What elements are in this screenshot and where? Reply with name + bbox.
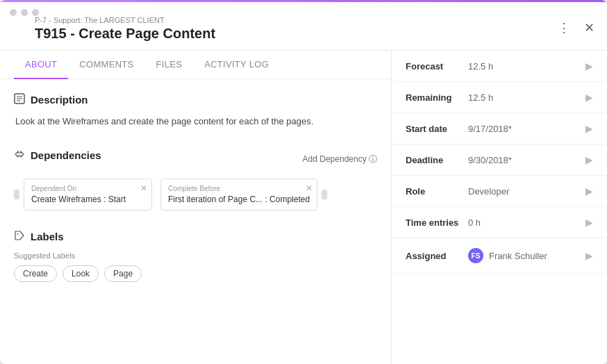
add-dependency-button[interactable]: Add Dependency ⓘ: [303, 154, 377, 165]
label-tags: Create Look Page: [14, 265, 377, 282]
suggested-labels-text: Suggested Labels: [14, 251, 377, 260]
left-content: Description Look at the Wireframes and c…: [0, 79, 391, 364]
labels-title: Labels: [14, 230, 377, 243]
dependency-item-2: Complete Before First iteration of Page …: [160, 179, 327, 210]
dependencies-heading: Dependencies: [31, 149, 101, 161]
assigned-label: Assigned: [406, 251, 468, 261]
title-content: P-7 - Support: The LARGEST CLIENT T915 -…: [35, 16, 215, 42]
title-subtitle: P-7 - Support: The LARGEST CLIENT: [35, 16, 215, 24]
labels-icon: [14, 230, 25, 243]
assigned-value: FS Frank Schuller: [468, 248, 585, 263]
description-icon: [14, 93, 25, 106]
title-actions: ⋮ ✕: [555, 17, 597, 38]
remaining-value: 12.5 h: [468, 92, 585, 103]
right-row-remaining[interactable]: Remaining 12.5 h ▶: [392, 82, 607, 113]
dependencies-section: Dependencies Add Dependency ⓘ Dependent …: [14, 149, 377, 210]
tab-comments[interactable]: COMMENTS: [68, 51, 144, 79]
right-row-assigned[interactable]: Assigned FS Frank Schuller ▶: [392, 238, 607, 274]
right-panel: Forecast 12.5 h ▶ Remaining 12.5 h ▶ Sta…: [392, 51, 607, 364]
dep-value-2: First iteration of Page C... : Completed: [168, 195, 310, 204]
label-tag-create[interactable]: Create: [14, 265, 57, 282]
role-label: Role: [406, 186, 468, 197]
start-date-chevron-icon: ▶: [585, 123, 593, 134]
assigned-chevron-icon: ▶: [585, 250, 593, 261]
dep-label-1: Dependent On: [31, 185, 144, 192]
traffic-light-close[interactable]: [10, 9, 17, 16]
deadline-chevron-icon: ▶: [585, 154, 593, 165]
right-row-time-entries[interactable]: Time entries 0 h ▶: [392, 207, 607, 238]
dep-card-2: Complete Before First iteration of Page …: [160, 179, 317, 210]
description-heading: Description: [31, 94, 88, 106]
main-layout: ABOUT COMMENTS FILES ACTIVITY LOG: [0, 51, 607, 364]
deadline-label: Deadline: [406, 155, 468, 165]
dependency-item-1: Dependent On Create Wireframes : Start ✕: [14, 179, 152, 210]
labels-heading: Labels: [31, 231, 64, 242]
start-date-value: 9/17/2018*: [468, 124, 585, 134]
time-entries-label: Time entries: [406, 217, 468, 228]
app-window: P-7 - Support: The LARGEST CLIENT T915 -…: [0, 0, 607, 364]
title-bar: P-7 - Support: The LARGEST CLIENT T915 -…: [0, 2, 607, 51]
right-row-deadline[interactable]: Deadline 9/30/2018* ▶: [392, 144, 607, 176]
right-row-forecast[interactable]: Forecast 12.5 h ▶: [392, 51, 607, 82]
dependency-items: Dependent On Create Wireframes : Start ✕…: [14, 179, 377, 210]
dep-card-1: Dependent On Create Wireframes : Start ✕: [24, 179, 152, 210]
dep-close-2[interactable]: ✕: [306, 183, 313, 193]
right-row-start-date[interactable]: Start date 9/17/2018* ▶: [392, 113, 607, 144]
traffic-light-minimize[interactable]: [21, 9, 28, 16]
start-date-label: Start date: [406, 124, 468, 134]
traffic-light-maximize[interactable]: [32, 9, 39, 16]
page-title: T915 - Create Page Content: [35, 26, 215, 42]
remaining-label: Remaining: [406, 92, 468, 103]
dep-label-2: Complete Before: [168, 185, 310, 192]
left-panel: ABOUT COMMENTS FILES ACTIVITY LOG: [0, 51, 392, 364]
dependencies-header: Dependencies Add Dependency ⓘ: [14, 149, 377, 170]
remaining-chevron-icon: ▶: [585, 92, 593, 103]
drag-handle-left-1[interactable]: [14, 190, 19, 199]
dep-close-1[interactable]: ✕: [140, 183, 147, 193]
drag-handle-right-2[interactable]: [322, 190, 327, 199]
label-tag-page[interactable]: Page: [104, 265, 142, 282]
traffic-lights: [10, 9, 39, 16]
tab-about[interactable]: ABOUT: [14, 51, 68, 79]
forecast-value: 12.5 h: [468, 61, 585, 72]
dependencies-icon: [14, 149, 25, 162]
label-tag-look[interactable]: Look: [63, 265, 99, 282]
role-chevron-icon: ▶: [585, 185, 593, 197]
right-row-role[interactable]: Role Developer ▶: [392, 176, 607, 207]
tab-files[interactable]: FILES: [145, 51, 194, 79]
forecast-label: Forecast: [406, 61, 468, 72]
tab-activity-log[interactable]: ACTIVITY LOG: [193, 51, 280, 79]
description-text: Look at the Wireframes and create the pa…: [14, 115, 377, 129]
description-title: Description: [14, 93, 377, 106]
tab-bar: ABOUT COMMENTS FILES ACTIVITY LOG: [0, 51, 391, 79]
role-value: Developer: [468, 186, 585, 197]
close-button[interactable]: ✕: [581, 17, 597, 38]
avatar: FS: [468, 248, 483, 263]
svg-point-4: [17, 233, 19, 235]
dep-value-1: Create Wireframes : Start: [31, 195, 144, 204]
more-options-button[interactable]: ⋮: [555, 17, 573, 38]
description-section: Description Look at the Wireframes and c…: [14, 93, 377, 129]
forecast-chevron-icon: ▶: [585, 60, 593, 72]
time-entries-value: 0 h: [468, 217, 585, 228]
deadline-value: 9/30/2018*: [468, 155, 585, 165]
time-entries-chevron-icon: ▶: [585, 217, 593, 228]
labels-section: Labels Suggested Labels Create Look Page: [14, 230, 377, 282]
dependencies-title: Dependencies: [14, 149, 101, 162]
